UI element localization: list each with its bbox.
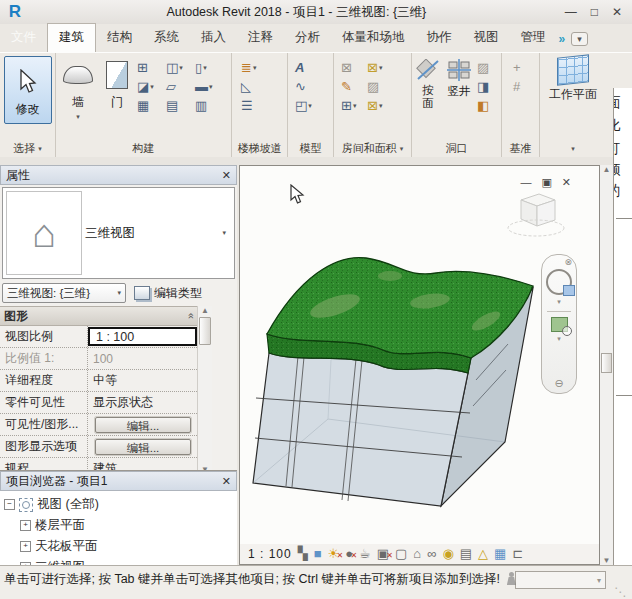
model-line-button[interactable]: ∿: [295, 77, 312, 96]
tab-overflow-icon[interactable]: »: [559, 32, 566, 46]
sun-path-icon[interactable]: ☀✕: [328, 547, 340, 561]
view-scale-value[interactable]: 1 : 100: [88, 327, 197, 346]
view-scale-button[interactable]: 1 : 100: [248, 547, 292, 561]
type-selector[interactable]: ⌂ 三维视图 ▾: [2, 187, 235, 279]
railing-button[interactable]: ≣▾: [241, 58, 256, 77]
panel-room-area-label[interactable]: 房间和面积▾: [334, 140, 411, 157]
zoom-tool-icon[interactable]: [551, 317, 568, 332]
crop-region-visibility-icon[interactable]: ▢: [395, 547, 407, 561]
area-button[interactable]: ⊠▾: [367, 58, 393, 77]
column-button[interactable]: ▯▾: [195, 58, 224, 77]
ramp-button[interactable]: ◺: [241, 77, 256, 96]
reveal-hidden-elements-icon[interactable]: ◉: [442, 547, 453, 561]
curtain-system-button[interactable]: ▦: [137, 96, 166, 115]
tab-view[interactable]: 视图: [463, 24, 510, 52]
tab-annotate[interactable]: 注释: [237, 24, 284, 52]
scroll-down-icon[interactable]: ▼: [603, 556, 611, 565]
work-plane-icon[interactable]: [557, 54, 589, 85]
type-selector-dropdown-icon[interactable]: ▾: [222, 229, 226, 237]
element-selector[interactable]: 三维视图: {三维} ▾: [2, 283, 126, 303]
opening-by-face-button[interactable]: 按面: [415, 56, 441, 110]
wall-opening-button[interactable]: ▨: [477, 58, 489, 77]
close-button[interactable]: ✕: [612, 5, 622, 19]
properties-close-icon[interactable]: ✕: [222, 169, 231, 182]
edit-type-button[interactable]: 编辑类型: [130, 284, 206, 303]
scroll-thumb[interactable]: [199, 317, 211, 345]
view-cube[interactable]: [505, 188, 567, 243]
panel-work-plane-flyout[interactable]: ▾: [540, 140, 606, 157]
wheel-dropdown-icon[interactable]: ▾: [557, 298, 561, 306]
tab-architecture[interactable]: 建筑: [47, 23, 96, 52]
scroll-up-icon[interactable]: ▲: [201, 306, 209, 315]
roof-button[interactable]: ◪▾: [137, 77, 166, 96]
drawing-area[interactable]: — ▣ ✕: [239, 165, 600, 565]
view-scale-icon[interactable]: ▚: [298, 547, 308, 561]
visual-style-icon[interactable]: ■: [314, 547, 322, 561]
detail-level-value[interactable]: 中等: [88, 370, 197, 391]
shadows-icon[interactable]: ●✕: [345, 547, 353, 561]
panel-select-label[interactable]: 选择▾: [0, 140, 55, 157]
filter-combobox[interactable]: ▾: [515, 571, 606, 589]
tag-area-button[interactable]: ⊠▾: [367, 96, 393, 115]
mullion-button[interactable]: ▥: [195, 96, 224, 115]
scroll-thumb[interactable]: [601, 353, 612, 373]
element-selector-dropdown-icon[interactable]: ▾: [117, 289, 121, 297]
component-button[interactable]: ◫▾: [166, 58, 195, 77]
combobox-dropdown-icon[interactable]: ▾: [597, 576, 601, 585]
tag-room-button[interactable]: ⊞▾: [341, 96, 367, 115]
temporary-hide-isolate-icon[interactable]: ∞: [427, 547, 436, 561]
door-button[interactable]: 门: [100, 56, 134, 111]
resize-grip-icon[interactable]: ⋱: [614, 585, 626, 599]
dormer-opening-button[interactable]: ◧: [477, 96, 489, 115]
ribbon-display-toggle[interactable]: ▾: [571, 32, 588, 46]
tab-structure[interactable]: 结构: [96, 24, 143, 52]
collapse-node-icon[interactable]: −: [4, 499, 15, 510]
tab-collaborate[interactable]: 协作: [416, 24, 463, 52]
revit-logo-icon[interactable]: R: [2, 1, 28, 23]
ceiling-button[interactable]: ▱: [166, 77, 195, 96]
shaft-button[interactable]: 竖井: [444, 56, 474, 99]
maximize-button[interactable]: □: [591, 5, 598, 19]
zoom-dropdown-icon[interactable]: ▾: [557, 335, 561, 343]
tab-systems[interactable]: 系统: [143, 24, 190, 52]
steering-wheel-icon[interactable]: [546, 269, 572, 295]
crop-view-icon[interactable]: ▣✕: [377, 547, 389, 561]
navbar-close-icon[interactable]: ⊗: [564, 257, 572, 267]
graphic-display-options-edit-button[interactable]: 编辑...: [95, 439, 191, 455]
temporary-view-properties-icon[interactable]: ▤: [460, 547, 472, 561]
scroll-up-icon[interactable]: ▲: [603, 165, 611, 174]
reveal-constraints-icon[interactable]: ⊏: [512, 547, 523, 561]
tree-node-floor-plans[interactable]: + 楼层平面: [4, 515, 237, 536]
tab-manage[interactable]: 管理: [510, 24, 557, 52]
tree-node-views[interactable]: − 视图 (全部): [4, 494, 237, 515]
floor-button[interactable]: ▬▾: [195, 77, 224, 96]
project-browser-close-icon[interactable]: ✕: [222, 475, 231, 488]
navbar-collapse-icon[interactable]: ⊖: [554, 377, 563, 390]
tree-node-ceiling-plans[interactable]: + 天花板平面: [4, 536, 237, 557]
curtain-grid-button[interactable]: ▤: [166, 96, 195, 115]
room-button[interactable]: ⊠: [341, 58, 367, 77]
tab-massing-site[interactable]: 体量和场地: [331, 24, 416, 52]
tab-file[interactable]: 文件: [0, 24, 47, 52]
model-group-button[interactable]: ◰▾: [295, 96, 312, 115]
minimize-button[interactable]: —: [565, 5, 577, 19]
room-separator-button[interactable]: ✎: [341, 77, 367, 96]
locked-3d-view-icon[interactable]: ⌂: [413, 547, 421, 561]
expand-node-icon[interactable]: +: [20, 520, 31, 531]
level-button[interactable]: +: [513, 58, 521, 77]
collapse-section-icon[interactable]: »: [184, 313, 196, 319]
grid-button[interactable]: #: [513, 77, 521, 96]
model-text-button[interactable]: A: [295, 58, 312, 77]
highlight-displacement-icon[interactable]: ▦: [494, 547, 506, 561]
wall-button[interactable]: 墙 ▾: [59, 56, 97, 121]
vertical-opening-button[interactable]: ◨: [477, 77, 489, 96]
section-graphics[interactable]: 图形 »: [0, 306, 197, 326]
window-button[interactable]: ⊞: [137, 58, 166, 77]
area-boundary-button[interactable]: ▨: [367, 77, 393, 96]
stair-button[interactable]: ☰: [241, 96, 256, 115]
right-scrollbar[interactable]: ▲ ▼: [600, 165, 613, 565]
tab-insert[interactable]: 插入: [190, 24, 237, 52]
properties-scrollbar[interactable]: ▲ ▼: [197, 306, 212, 474]
expand-node-icon[interactable]: +: [20, 541, 31, 552]
visibility-graphics-edit-button[interactable]: 编辑...: [95, 417, 191, 433]
